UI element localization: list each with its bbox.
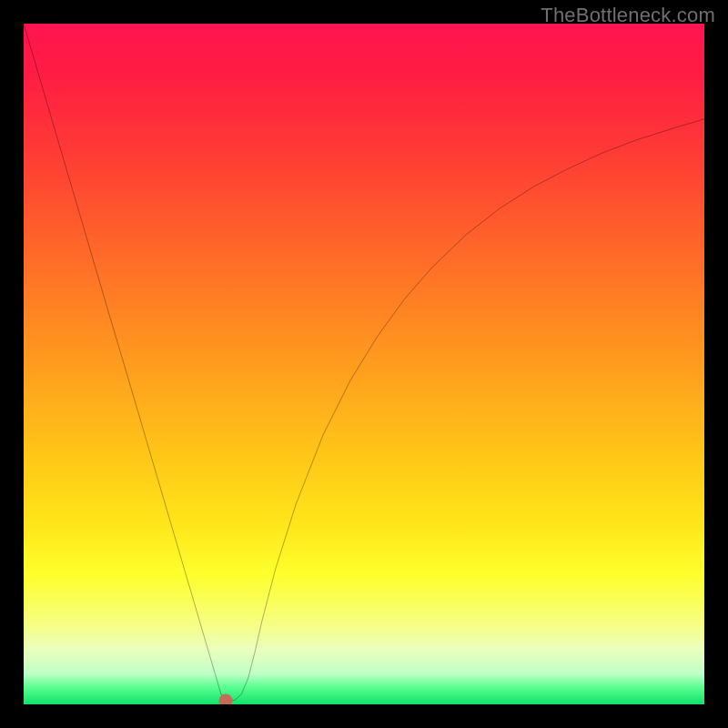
bottleneck-curve xyxy=(24,24,704,704)
chart-frame: TheBottleneck.com xyxy=(0,0,728,728)
minimum-marker-icon xyxy=(219,693,233,704)
plot-area xyxy=(24,24,704,704)
